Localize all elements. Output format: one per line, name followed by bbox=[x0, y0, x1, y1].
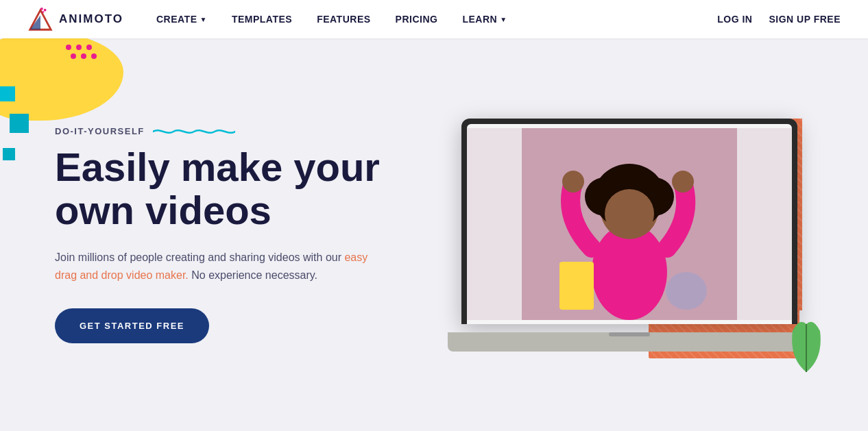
wavy-line-decoration bbox=[153, 126, 235, 137]
svg-point-19 bbox=[605, 189, 654, 238]
svg-rect-22 bbox=[559, 262, 594, 310]
nav-right: LOG IN SIGN UP FREE bbox=[717, 14, 841, 25]
svg-point-4 bbox=[42, 11, 44, 13]
laptop-screen-content bbox=[467, 124, 792, 324]
animoto-logo-icon bbox=[27, 6, 53, 32]
nav-learn[interactable]: LEARN ▼ bbox=[462, 14, 507, 25]
hero-desc-link[interactable]: easy drag and drop video maker. bbox=[55, 251, 367, 281]
nav-features[interactable]: FEATURES bbox=[317, 14, 370, 25]
svg-point-5 bbox=[66, 45, 71, 50]
hero-label: DO-IT-YOURSELF bbox=[55, 126, 425, 137]
svg-rect-13 bbox=[737, 128, 792, 320]
teal-square-3-decoration bbox=[3, 148, 15, 160]
learn-chevron-icon: ▼ bbox=[500, 16, 507, 23]
nav-links: CREATE ▼ TEMPLATES FEATURES PRICING LEAR… bbox=[156, 14, 717, 25]
svg-point-8 bbox=[71, 53, 76, 59]
svg-point-7 bbox=[86, 45, 92, 50]
nav-create[interactable]: CREATE ▼ bbox=[156, 14, 207, 25]
svg-rect-12 bbox=[467, 128, 522, 320]
laptop-base bbox=[448, 332, 811, 352]
hero-title: Easily make your own videos bbox=[55, 145, 425, 233]
create-chevron-icon: ▼ bbox=[200, 16, 207, 23]
laptop-screen bbox=[467, 124, 792, 324]
logo-link[interactable]: ANIMOTO bbox=[27, 6, 123, 32]
laptop-screen-bezel bbox=[461, 119, 797, 324]
yellow-blob-decoration bbox=[0, 38, 123, 121]
teal-square-2-decoration bbox=[10, 114, 29, 133]
hero-right-content bbox=[425, 98, 827, 372]
svg-point-3 bbox=[44, 9, 47, 12]
green-leaf-decoration bbox=[786, 317, 827, 372]
logo-text: ANIMOTO bbox=[59, 12, 123, 26]
svg-point-10 bbox=[91, 53, 97, 59]
login-link[interactable]: LOG IN bbox=[717, 14, 752, 25]
svg-point-9 bbox=[81, 53, 86, 59]
nav-templates[interactable]: TEMPLATES bbox=[232, 14, 292, 25]
pink-dots-decoration bbox=[65, 44, 99, 64]
get-started-button[interactable]: GET STARTED FREE bbox=[55, 308, 209, 343]
nav-pricing[interactable]: PRICING bbox=[396, 14, 438, 25]
hero-left-content: DO-IT-YOURSELF Easily make your own vide… bbox=[55, 126, 425, 344]
laptop-mockup bbox=[448, 119, 804, 352]
svg-point-21 bbox=[672, 171, 694, 193]
hero-section: DO-IT-YOURSELF Easily make your own vide… bbox=[0, 38, 868, 431]
svg-point-2 bbox=[40, 8, 43, 10]
signup-link[interactable]: SIGN UP FREE bbox=[769, 14, 841, 25]
svg-point-6 bbox=[76, 45, 82, 50]
laptop-hinge bbox=[609, 332, 650, 336]
svg-point-20 bbox=[562, 171, 584, 193]
navbar: ANIMOTO CREATE ▼ TEMPLATES FEATURES PRIC… bbox=[0, 0, 868, 38]
hero-description: Join millions of people creating and sha… bbox=[55, 249, 384, 284]
teal-square-1-decoration bbox=[0, 86, 15, 101]
svg-rect-23 bbox=[666, 272, 707, 310]
